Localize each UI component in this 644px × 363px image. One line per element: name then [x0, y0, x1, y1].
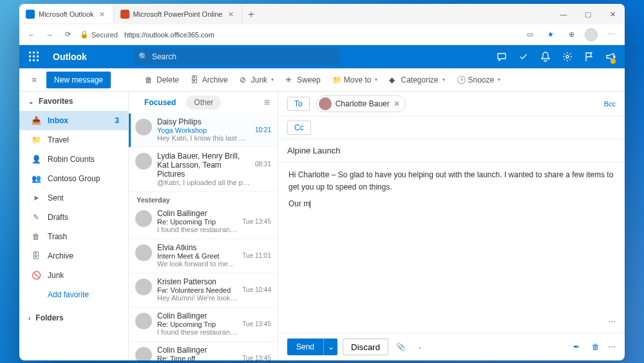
- nav-toggle-button[interactable]: ≡: [24, 75, 44, 84]
- waffle-icon: [29, 52, 39, 62]
- date-header: Yesterday: [129, 192, 278, 205]
- avatar-icon: [135, 279, 152, 295]
- message-time: Tue 13:45: [242, 320, 271, 328]
- browser-profile-avatar[interactable]: [585, 28, 598, 41]
- suite-header: Outlook 🔍 Search: [19, 45, 625, 68]
- to-button[interactable]: To: [287, 97, 310, 111]
- message-item[interactable]: Elvia Atkins Intern Meet & Greet We look…: [129, 239, 278, 273]
- toolbar-more-icon[interactable]: ⋯: [608, 342, 616, 351]
- junk-icon: 🚫: [31, 270, 41, 280]
- message-item[interactable]: Colin Ballinger Re: Upcoming Trip I foun…: [129, 308, 278, 342]
- favorites-header[interactable]: ⌄ Favorites: [19, 92, 128, 111]
- notifications-icon[interactable]: [536, 46, 555, 68]
- settings-icon[interactable]: [558, 46, 577, 68]
- message-item[interactable]: Lydia Bauer, Henry Brill, Kat Larsson, T…: [129, 148, 278, 192]
- nav-item-trash[interactable]: 🗑Trash: [19, 227, 128, 246]
- browser-tab-outlook[interactable]: Microsoft Outlook ✕: [19, 5, 114, 23]
- site-settings-icon[interactable]: ⊕: [564, 30, 578, 39]
- tab-focused[interactable]: Focused: [137, 95, 184, 110]
- nav-item-contoso-group[interactable]: 👥Contoso Group: [19, 169, 128, 188]
- search-input[interactable]: 🔍 Search: [133, 48, 339, 65]
- filter-icon[interactable]: ≡: [264, 97, 270, 108]
- message-time: Tue 13:45: [242, 218, 271, 225]
- notification-dot-icon: [611, 59, 616, 64]
- signature-icon[interactable]: ✒: [569, 342, 583, 351]
- nav-refresh-button[interactable]: ⟳: [62, 29, 73, 41]
- browser-menu-icon[interactable]: ⋯: [604, 30, 618, 39]
- focused-other-tabs: Focused Other ≡: [129, 92, 278, 113]
- group-icon: 👥: [31, 173, 41, 184]
- nav-item-drafts[interactable]: ✎Drafts: [19, 208, 128, 227]
- message-subject: Re: Time off: [157, 355, 237, 360]
- reading-view-icon[interactable]: ▭: [523, 30, 537, 39]
- delete-button[interactable]: 🗑Delete: [140, 71, 184, 89]
- message-item[interactable]: Colin Ballinger Re: Upcoming Trip I foun…: [129, 205, 278, 239]
- attach-icon[interactable]: 📎: [393, 342, 408, 351]
- chat-icon[interactable]: [492, 46, 511, 68]
- discard-button[interactable]: Discard: [343, 338, 388, 355]
- message-item[interactable]: Daisy Philips Yoga Workshop Hey Katri, I…: [129, 113, 278, 148]
- nav-item-travel[interactable]: 📁Travel: [19, 130, 128, 150]
- cc-row: Cc: [278, 117, 625, 139]
- secured-indicator[interactable]: 🔒 Secured: [80, 30, 118, 39]
- favorite-star-icon[interactable]: ★: [544, 30, 558, 39]
- address-field[interactable]: https://outlook.office365.com: [124, 31, 516, 39]
- archive-button[interactable]: 🗄Archive: [186, 71, 232, 89]
- app-launcher-button[interactable]: [23, 46, 45, 68]
- tab-title: Microsoft Outlook: [39, 10, 94, 18]
- send-button[interactable]: Send ⌄: [287, 338, 337, 355]
- todo-icon[interactable]: [514, 46, 533, 68]
- send-options-icon[interactable]: ⌄: [323, 338, 337, 355]
- folders-header[interactable]: › Folders: [19, 308, 128, 328]
- recipient-chip[interactable]: Charlotte Bauer ✕: [316, 95, 406, 112]
- nav-back-button[interactable]: ←: [26, 29, 37, 41]
- message-item[interactable]: Colin Ballinger Re: Time off Sure! That …: [129, 342, 278, 360]
- secured-label: Secured: [91, 31, 118, 39]
- chevron-down-icon: ▾: [375, 77, 377, 83]
- compose-more-icon[interactable]: ⋯: [608, 317, 616, 326]
- move-to-button[interactable]: 📁Move to▾: [328, 71, 383, 89]
- compose-body[interactable]: Hi Charlotte – So glad to have you helpi…: [278, 162, 625, 311]
- new-message-button[interactable]: New message: [46, 72, 111, 88]
- nav-item-sent[interactable]: ➤Sent: [19, 188, 128, 208]
- bcc-link[interactable]: Bcc: [604, 100, 616, 108]
- sweep-button[interactable]: ✳Sweep: [281, 71, 325, 89]
- cc-button[interactable]: Cc: [287, 121, 311, 135]
- junk-button[interactable]: ⊘Junk▾: [235, 71, 278, 89]
- subject-input[interactable]: [287, 143, 616, 158]
- message-subject: Yoga Workshop: [157, 126, 250, 134]
- message-from: Colin Ballinger: [157, 311, 237, 320]
- svg-rect-7: [33, 59, 35, 61]
- add-favorite-link[interactable]: Add favorite: [19, 285, 128, 304]
- svg-rect-4: [33, 55, 35, 57]
- megaphone-icon[interactable]: [601, 46, 621, 68]
- snooze-button[interactable]: 🕒Snooze▾: [452, 71, 506, 89]
- message-item[interactable]: Kristen Patterson Fw: Volunteers Needed …: [129, 273, 278, 308]
- new-tab-button[interactable]: ＋: [242, 8, 260, 21]
- folder-move-icon: 📁: [332, 75, 341, 84]
- chevron-down-icon: ⌄: [28, 98, 33, 105]
- nav-item-inbox[interactable]: 📥Inbox3: [19, 111, 128, 130]
- nav-item-junk[interactable]: 🚫Junk: [19, 266, 128, 285]
- flag-icon[interactable]: [580, 46, 599, 68]
- close-tab-icon[interactable]: ✕: [226, 10, 235, 19]
- ppt-favicon-icon: [120, 10, 129, 19]
- attach-menu-icon[interactable]: ⌄: [413, 344, 427, 350]
- svg-rect-0: [29, 52, 31, 54]
- body-paragraph: Our m: [289, 199, 310, 208]
- window-minimize-button[interactable]: —: [551, 4, 576, 25]
- window-close-button[interactable]: ✕: [600, 4, 625, 25]
- remove-recipient-icon[interactable]: ✕: [393, 99, 400, 108]
- avatar-icon: [135, 347, 152, 360]
- window-maximize-button[interactable]: ▢: [576, 4, 600, 25]
- browser-tab-powerpoint[interactable]: Microsoft PowerPoint Online ✕: [114, 5, 243, 23]
- avatar-icon: [135, 119, 152, 135]
- nav-item-archive[interactable]: 🗄Archive: [19, 246, 128, 266]
- archive-icon: 🗄: [31, 251, 41, 261]
- nav-forward-button[interactable]: →: [44, 29, 55, 41]
- nav-item-robin-counts[interactable]: 👤Robin Counts: [19, 150, 128, 169]
- categorize-button[interactable]: ◆Categorize▾: [384, 71, 449, 89]
- discard-draft-icon[interactable]: 🗑: [589, 342, 603, 351]
- tab-other[interactable]: Other: [186, 95, 221, 110]
- close-tab-icon[interactable]: ✕: [98, 10, 107, 19]
